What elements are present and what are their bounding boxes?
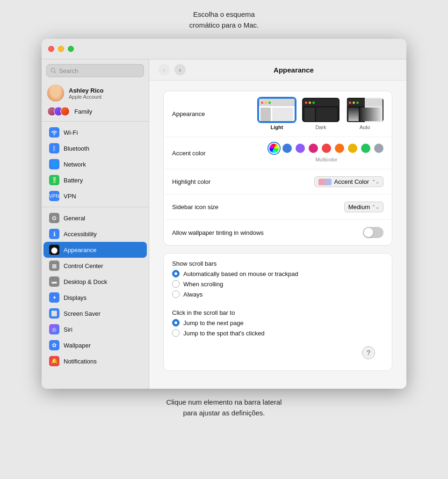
highlight-swatch bbox=[318, 179, 332, 185]
sidebar-item-screen-saver[interactable]: ⬜ Screen Saver bbox=[43, 305, 147, 321]
forward-button[interactable]: › bbox=[174, 64, 186, 75]
scroll-always-radio[interactable] bbox=[172, 290, 180, 298]
account-item[interactable]: Ashley Rico Apple Account bbox=[42, 82, 149, 104]
accent-gray[interactable] bbox=[374, 144, 383, 153]
sidebar-item-siri[interactable]: ◎ Siri bbox=[43, 321, 147, 337]
wallpaper-tinting-control bbox=[264, 227, 383, 238]
family-avatars bbox=[47, 107, 67, 116]
appearance-option-dark[interactable]: Dark bbox=[302, 98, 340, 130]
accent-colors: Multicolor bbox=[269, 144, 383, 162]
general-label: General bbox=[64, 215, 85, 222]
close-button[interactable] bbox=[48, 46, 54, 52]
content-area: Appearance bbox=[149, 80, 406, 389]
page-title: Appearance bbox=[190, 66, 397, 74]
notifications-label: Notifications bbox=[64, 358, 97, 365]
maximize-button[interactable] bbox=[68, 46, 74, 52]
accessibility-label: Accessibility bbox=[64, 231, 97, 238]
accent-yellow[interactable] bbox=[348, 144, 357, 153]
sidebar-item-notifications[interactable]: 🔔 Notifications bbox=[43, 353, 147, 369]
scroll-when-scrolling-label: When scrolling bbox=[183, 281, 223, 288]
annotation-top: Escolha o esquema cromático para o Mac. bbox=[189, 9, 259, 30]
click-scroll-bar-title: Click in the scroll bar to bbox=[164, 303, 392, 319]
accent-orange[interactable] bbox=[335, 144, 344, 153]
main-header: ‹ › Appearance bbox=[149, 59, 406, 80]
minimize-button[interactable] bbox=[58, 46, 64, 52]
sidebar-item-desktop-dock[interactable]: ▬ Desktop & Dock bbox=[43, 274, 147, 290]
wallpaper-label: Wallpaper bbox=[64, 342, 91, 349]
family-label: Family bbox=[74, 108, 92, 115]
appearance-thumb-dark bbox=[302, 98, 340, 122]
account-subtitle: Apple Account bbox=[69, 94, 103, 100]
appearance-option-auto[interactable]: Auto bbox=[346, 98, 383, 130]
sidebar-icon-size-dropdown[interactable]: Medium ⌃⌄ bbox=[344, 202, 383, 212]
appearance-card: Appearance bbox=[163, 91, 392, 246]
accent-purple[interactable] bbox=[296, 144, 305, 153]
scroll-auto-option[interactable]: Automatically based on mouse or trackpad bbox=[172, 270, 383, 277]
appearance-icon: ⬤ bbox=[49, 245, 59, 255]
vpn-label: VPN bbox=[64, 193, 76, 200]
sidebar: Search Ashley Rico Apple Account bbox=[42, 59, 149, 389]
appearance-label: Appearance bbox=[64, 247, 96, 254]
appearance-thumb-auto bbox=[346, 98, 383, 122]
search-bar[interactable]: Search bbox=[46, 64, 144, 77]
sidebar-item-vpn[interactable]: VPN VPN bbox=[43, 188, 147, 204]
highlight-color-label: Highlight color bbox=[172, 178, 252, 185]
click-spot-radio[interactable] bbox=[172, 329, 180, 337]
click-next-page-radio[interactable] bbox=[172, 319, 180, 327]
back-button[interactable]: ‹ bbox=[159, 64, 170, 75]
screen-saver-label: Screen Saver bbox=[64, 310, 101, 317]
appearance-option-light[interactable]: Light bbox=[258, 98, 296, 130]
account-name: Ashley Rico bbox=[69, 87, 103, 94]
wallpaper-tinting-row: Allow wallpaper tinting in windows bbox=[164, 220, 392, 245]
vpn-icon: VPN bbox=[49, 191, 59, 201]
wallpaper-tinting-toggle[interactable] bbox=[363, 227, 383, 238]
appearance-options: Light bbox=[258, 98, 383, 130]
appearance-options-control: Light bbox=[252, 98, 383, 130]
help-button[interactable]: ? bbox=[362, 346, 375, 359]
accent-blue[interactable] bbox=[282, 144, 292, 153]
click-spot-option[interactable]: Jump to the spot that's clicked bbox=[172, 329, 383, 337]
sidebar-item-appearance[interactable]: ⬤ Appearance bbox=[43, 242, 147, 258]
highlight-color-control: Accent Color ⌃⌄ bbox=[252, 176, 383, 187]
scroll-always-option[interactable]: Always bbox=[172, 290, 383, 298]
sidebar-item-battery[interactable]: 🔋 Battery bbox=[43, 172, 147, 188]
sidebar-item-bluetooth[interactable]: ᛒ Bluetooth bbox=[43, 140, 147, 156]
control-center-label: Control Center bbox=[64, 262, 103, 269]
highlight-color-row: Highlight color Accent Color ⌃⌄ bbox=[164, 169, 392, 195]
accent-green[interactable] bbox=[361, 144, 370, 153]
scroll-when-scrolling-option[interactable]: When scrolling bbox=[172, 280, 383, 288]
sidebar-item-wifi[interactable]: Wi-Fi bbox=[43, 124, 147, 140]
system-preferences-window: Search Ashley Rico Apple Account bbox=[42, 39, 406, 389]
family-item[interactable]: Family bbox=[42, 104, 149, 118]
battery-icon: 🔋 bbox=[49, 175, 59, 185]
sidebar-item-network[interactable]: 🌐 Network bbox=[43, 156, 147, 172]
sidebar-item-control-center[interactable]: ▦ Control Center bbox=[43, 258, 147, 274]
scroll-auto-radio[interactable] bbox=[172, 270, 180, 277]
account-avatar bbox=[47, 85, 64, 102]
sidebar-item-displays[interactable]: ✦ Displays bbox=[43, 290, 147, 305]
sidebar-item-general[interactable]: ⚙ General bbox=[43, 210, 147, 226]
displays-icon: ✦ bbox=[49, 292, 59, 303]
accent-pink[interactable] bbox=[309, 144, 318, 153]
account-text: Ashley Rico Apple Account bbox=[69, 87, 103, 100]
divider-1 bbox=[42, 121, 149, 122]
search-placeholder: Search bbox=[59, 67, 78, 74]
scroll-when-scrolling-radio[interactable] bbox=[172, 280, 180, 288]
accent-multicolor[interactable] bbox=[269, 144, 279, 153]
accessibility-icon: ℹ bbox=[49, 229, 59, 239]
appearance-thumb-light bbox=[258, 98, 296, 122]
accent-red[interactable] bbox=[322, 144, 331, 153]
highlight-color-picker[interactable]: Accent Color ⌃⌄ bbox=[314, 176, 383, 187]
general-icon: ⚙ bbox=[49, 213, 59, 223]
click-scroll-bar-options: Jump to the next page Jump to the spot t… bbox=[164, 319, 392, 341]
highlight-chevron: ⌃⌄ bbox=[372, 179, 379, 184]
battery-label: Battery bbox=[64, 177, 83, 184]
click-next-page-option[interactable]: Jump to the next page bbox=[172, 319, 383, 327]
window-body: Search Ashley Rico Apple Account bbox=[42, 59, 406, 389]
toggle-knob bbox=[364, 228, 373, 237]
bluetooth-label: Bluetooth bbox=[64, 145, 89, 152]
sidebar-item-accessibility[interactable]: ℹ Accessibility bbox=[43, 226, 147, 242]
sidebar-item-wallpaper[interactable]: ✿ Wallpaper bbox=[43, 337, 147, 353]
screen-saver-icon: ⬜ bbox=[49, 308, 59, 319]
sidebar-icon-size-control: Medium ⌃⌄ bbox=[252, 202, 383, 212]
